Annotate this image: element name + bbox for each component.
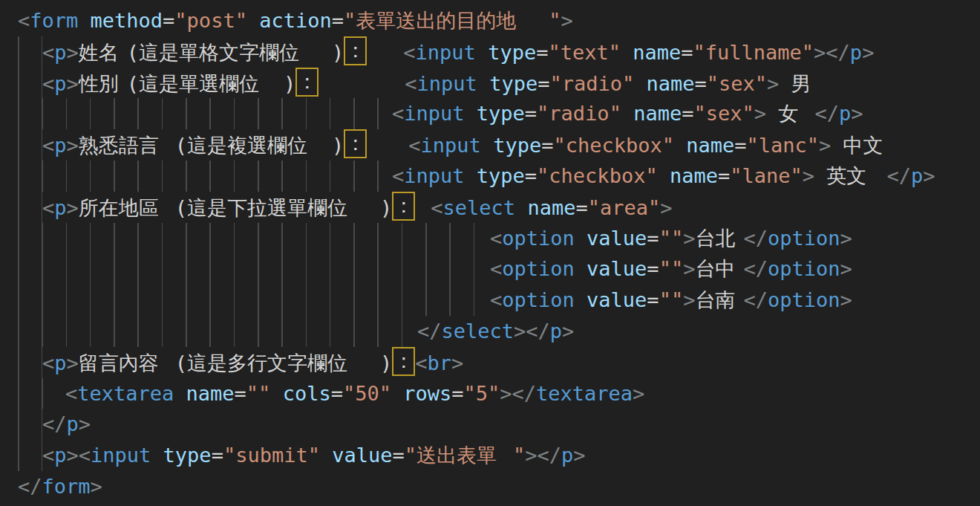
code-token: <	[42, 134, 54, 157]
code-token: 這是多行文字欄位	[187, 348, 380, 379]
code-token: <	[42, 72, 54, 95]
code-line[interactable]: <form method="post" action="表單送出的目的地">	[18, 5, 980, 36]
code-token: option	[502, 288, 575, 311]
code-token: =	[525, 102, 537, 125]
indent-guides	[18, 129, 42, 160]
code-token: "5"	[464, 382, 500, 405]
indent-guides	[18, 285, 490, 316]
code-line[interactable]: <p>所在地區(這是下拉選單欄位)：<select name="area">	[18, 192, 980, 223]
code-token: </	[538, 444, 562, 467]
code-token: >	[862, 41, 874, 64]
code-line[interactable]: <p>留言內容(這是多行文字欄位)：<br>	[18, 347, 980, 378]
code-token: input	[404, 164, 464, 187]
code-token: </	[826, 41, 850, 64]
code-token: 英文	[826, 160, 875, 192]
code-line[interactable]: <option value="">台南</option>	[18, 285, 980, 316]
code-token: =	[538, 72, 549, 95]
indent-guides	[18, 68, 42, 99]
code-line[interactable]: <option value="">台中</option>	[18, 253, 980, 285]
code-token: 送出表單	[416, 440, 513, 471]
code-token: >	[561, 9, 573, 32]
code-token: >	[67, 41, 79, 64]
code-token: >	[67, 134, 79, 157]
code-token: 這是單選欄位	[139, 68, 284, 100]
indent-guides	[18, 223, 490, 254]
code-token: select	[442, 320, 514, 343]
code-token: >	[67, 351, 79, 374]
code-line[interactable]: <input type="checkbox" name="lane"> 英文 <…	[18, 160, 980, 192]
code-token: type	[465, 102, 525, 125]
code-token: p	[561, 444, 573, 467]
code-token: input	[91, 444, 151, 467]
code-token: <	[415, 351, 427, 374]
code-token: name	[515, 196, 575, 219]
code-token: "area"	[588, 196, 661, 219]
code-token: p	[54, 72, 66, 95]
code-token: "lanc"	[747, 134, 820, 157]
code-token: option	[502, 227, 575, 250]
code-token: >	[803, 164, 814, 187]
code-token: )	[380, 351, 392, 374]
code-token: 中文	[843, 130, 892, 161]
code-token: form	[42, 475, 91, 498]
code-token: =	[212, 444, 223, 467]
code-area[interactable]: <form method="post" action="表單送出的目的地"><p…	[18, 5, 980, 502]
code-token: p	[911, 164, 923, 187]
code-token	[803, 102, 814, 125]
code-token: "radio"	[549, 72, 634, 95]
code-token: name	[634, 72, 694, 95]
code-token: 這是複選欄位	[187, 130, 332, 161]
code-line[interactable]: <option value="">台北</option>	[18, 223, 980, 254]
code-token: =	[541, 134, 553, 157]
code-line[interactable]: <textarea name="" cols="50" rows="5"></t…	[18, 378, 980, 409]
code-token: br	[428, 351, 452, 374]
code-token: ""	[659, 288, 684, 311]
code-token: "text"	[548, 41, 621, 64]
code-token: "	[513, 444, 525, 467]
code-token: textarea	[77, 382, 174, 405]
code-editor[interactable]: <form method="post" action="表單送出的目的地"><p…	[0, 0, 980, 506]
code-token: >	[683, 257, 695, 280]
code-token: input	[417, 72, 477, 95]
code-token: 女	[778, 98, 803, 129]
code-token: "	[344, 9, 356, 32]
code-token: "	[549, 9, 561, 32]
code-token: 男	[791, 68, 816, 100]
code-line[interactable]: <p>熟悉語言(這是複選欄位)：<input type="checkbox" n…	[18, 129, 980, 160]
whitespace-gap	[367, 36, 403, 38]
code-line[interactable]: </select></p>	[18, 316, 980, 347]
code-line[interactable]: </form>	[18, 471, 980, 502]
code-token: 表單送出的目的地	[356, 5, 549, 36]
whitespace-gap	[367, 129, 408, 131]
code-line[interactable]: <input type="radio" name="sex"> 女 </p>	[18, 98, 980, 129]
code-token: <	[403, 41, 415, 64]
code-token: "radio"	[537, 102, 621, 125]
code-line[interactable]: </p>	[18, 409, 980, 440]
indent-guides	[18, 409, 42, 440]
code-token: </	[743, 227, 768, 250]
code-token: =	[331, 382, 343, 405]
code-token: 台南	[695, 285, 743, 316]
code-token: "post"	[174, 9, 247, 32]
code-token: =	[734, 134, 746, 157]
code-token: "50"	[343, 382, 391, 405]
code-token: >	[814, 41, 826, 64]
code-token: =	[451, 382, 463, 405]
code-token: option	[768, 257, 840, 280]
code-token: </	[887, 164, 912, 187]
code-token: >	[819, 134, 831, 157]
code-token: "fullname"	[693, 41, 814, 64]
code-token: </	[42, 412, 67, 435]
code-token: >	[525, 444, 537, 467]
code-line[interactable]: <p><input type="submit" value="送出表單"></p…	[18, 440, 980, 471]
code-token: >	[683, 288, 695, 311]
code-token: </	[815, 102, 840, 125]
code-token: "checkbox"	[537, 164, 658, 187]
code-token: textarea	[536, 382, 633, 405]
code-token: </	[18, 475, 42, 498]
code-line[interactable]: <p>姓名(這是單格文字欄位)：<input type="text" name=…	[18, 36, 980, 68]
code-line[interactable]: <p>性別(這是單選欄位)：<input type="radio" name="…	[18, 68, 980, 99]
code-token: =	[575, 196, 587, 219]
code-token: 台中	[695, 253, 743, 285]
code-token: cols	[270, 382, 330, 405]
